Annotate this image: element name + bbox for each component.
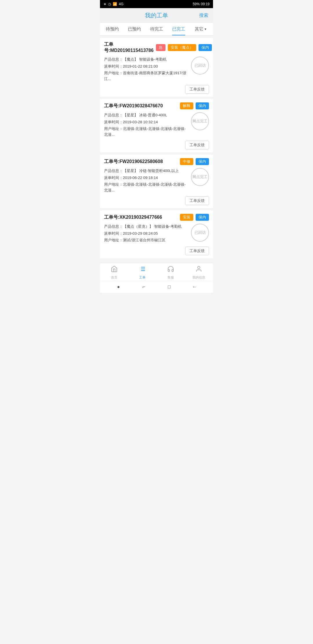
card-body-2: 产品信息：【星星】 冰箱-普通0-400L 派单时间：2019-03-28 10…	[104, 112, 209, 138]
feedback-button-3[interactable]: 工单反馈	[185, 196, 209, 205]
address-1: 用户地址：首南街道-南部商务区罗蒙大厦1917/浙江...	[104, 70, 188, 82]
search-button[interactable]: 搜索	[199, 12, 208, 19]
dot-button[interactable]: ●	[116, 284, 121, 290]
badge-type-3: 中修	[180, 158, 193, 165]
card-header-3: 工单号:FW20190622580608 中修 保内	[104, 158, 209, 165]
status-bar-left: ∗ ◷ 📶 4G	[103, 2, 123, 6]
order-card-1: 工单号:MD20190115413786 急 安装（魔点） 保内 产品信息：【魔…	[100, 38, 213, 97]
stamp-1: 已回访	[191, 57, 209, 75]
stamp-2: 网点完工	[191, 112, 209, 130]
signal-label: 4G	[119, 2, 123, 6]
feedback-button-1[interactable]: 工单反馈	[185, 85, 209, 94]
status-bar: ∗ ◷ 📶 4G 59% 09:19	[100, 0, 213, 8]
product-info-2: 产品信息：【星星】 冰箱-普通0-400L	[104, 112, 188, 118]
badge-type-2: 解释	[180, 102, 193, 109]
card-header-1: 工单号:MD20190115413786 急 安装（魔点） 保内	[104, 41, 209, 54]
order-list: 工单号:MD20190115413786 急 安装（魔点） 保内 产品信息：【魔…	[100, 36, 213, 263]
card-info-3: 产品信息：【星星】 冷链-智能货柜400L以上 派单时间：2019-06-22 …	[104, 168, 188, 194]
address-2: 用户地址：北滏镇-北滏镇-北滏镇-北滏镇-北滏镇-北滏...	[104, 126, 188, 137]
nav-profile[interactable]: 我的信息	[185, 265, 213, 280]
card-footer-2: 工单反馈	[104, 138, 209, 152]
nav-profile-label: 我的信息	[192, 275, 205, 280]
order-no-2: 工单号:FW20190328476670	[104, 103, 178, 109]
page-title: 我的工单	[145, 12, 168, 19]
time-label: 09:19	[201, 2, 210, 6]
order-no-1: 工单号:MD20190115413786	[104, 41, 154, 54]
nav-workorder-label: 工单	[139, 275, 145, 280]
tab-other[interactable]: 其它 ▼	[190, 23, 212, 35]
tab-done[interactable]: 已完工	[168, 23, 190, 35]
back-button[interactable]: ←	[192, 284, 197, 290]
nav-home[interactable]: 首页	[100, 265, 128, 280]
nav-home-label: 首页	[111, 275, 117, 280]
header: 我的工单 搜索	[100, 8, 213, 23]
card-header-4: 工单号:XK20190329477666 安装 保内	[104, 214, 209, 221]
person-icon	[195, 265, 202, 274]
order-card-3: 工单号:FW20190622580608 中修 保内 产品信息：【星星】 冷链-…	[100, 155, 213, 208]
card-footer-3: 工单反馈	[104, 194, 209, 208]
product-info-1: 产品信息：【魔点】 智能设备-考勤机	[104, 57, 188, 62]
alarm-icon: ◷	[108, 2, 111, 6]
stamp-3: 网点完工	[191, 168, 209, 186]
tab-bar: 待预约 已预约 待完工 已完工 其它 ▼	[100, 23, 213, 36]
badge-warranty-2: 保内	[196, 102, 209, 109]
badge-warranty-3: 保内	[196, 158, 209, 165]
badge-urgent-1: 急	[156, 44, 165, 51]
order-no-4: 工单号:XK20190329477666	[104, 214, 178, 220]
card-body-3: 产品信息：【星星】 冷链-智能货柜400L以上 派单时间：2019-06-22 …	[104, 168, 209, 194]
card-footer-4: 工单反馈	[104, 244, 209, 258]
dispatch-time-4: 派单时间：2019-03-29 08:24:05	[104, 231, 188, 236]
feedback-button-2[interactable]: 工单反馈	[185, 141, 209, 149]
card-info-2: 产品信息：【星星】 冰箱-普通0-400L 派单时间：2019-03-28 10…	[104, 112, 188, 138]
dispatch-time-1: 派单时间：2019-01-22 08:21:00	[104, 64, 188, 69]
status-bar-right: 59% 09:19	[193, 2, 210, 6]
svg-point-6	[198, 266, 200, 269]
battery-label: 59%	[193, 2, 200, 6]
feedback-button-4[interactable]: 工单反馈	[185, 247, 209, 255]
badge-warranty-4: 保内	[196, 214, 209, 221]
list-icon	[139, 265, 146, 274]
order-card-4: 工单号:XK20190329477666 安装 保内 产品信息：【魔点（星克）】…	[100, 210, 213, 258]
dispatch-time-3: 派单时间：2019-06-22 09:18:14	[104, 175, 188, 181]
address-4: 用户地址：测试/浙江省台州市椒江区	[104, 237, 188, 243]
badge-warranty-1: 保内	[199, 44, 212, 51]
recent-button[interactable]: ⌐	[141, 284, 147, 290]
nav-workorder[interactable]: 工单	[128, 265, 157, 280]
tab-appointed[interactable]: 已预约	[123, 23, 145, 35]
product-info-3: 产品信息：【星星】 冷链-智能货柜400L以上	[104, 168, 188, 174]
card-info-1: 产品信息：【魔点】 智能设备-考勤机 派单时间：2019-01-22 08:21…	[104, 57, 188, 83]
card-body-4: 产品信息：【魔点（星克）】 智能设备-考勤机 派单时间：2019-03-29 0…	[104, 224, 209, 244]
chevron-down-icon: ▼	[204, 28, 207, 31]
address-3: 用户地址：北滏镇-北滏镇-北滏镇-北滏镇-北滏镇-北滏...	[104, 182, 188, 193]
home-button[interactable]: □	[166, 284, 172, 290]
nav-service-label: 客服	[168, 275, 174, 280]
headset-icon	[167, 265, 174, 274]
card-body-1: 产品信息：【魔点】 智能设备-考勤机 派单时间：2019-01-22 08:21…	[104, 57, 209, 83]
card-header-2: 工单号:FW20190328476670 解释 保内	[104, 102, 209, 109]
tab-pending-appt[interactable]: 待预约	[101, 23, 123, 35]
order-no-3: 工单号:FW20190622580608	[104, 159, 178, 165]
tab-pending-done[interactable]: 待完工	[145, 23, 168, 35]
card-info-4: 产品信息：【魔点（星克）】 智能设备-考勤机 派单时间：2019-03-29 0…	[104, 224, 188, 244]
system-bar: ● ⌐ □ ←	[100, 281, 213, 293]
badge-type-4: 安装	[180, 214, 193, 221]
badge-type-1: 安装（魔点）	[168, 44, 196, 51]
product-info-4: 产品信息：【魔点（星克）】 智能设备-考勤机	[104, 224, 188, 229]
bluetooth-icon: ∗	[103, 2, 106, 6]
order-card-2: 工单号:FW20190328476670 解释 保内 产品信息：【星星】 冰箱-…	[100, 99, 213, 152]
card-footer-1: 工单反馈	[104, 83, 209, 97]
bottom-nav: 首页 工单 客服	[100, 263, 213, 281]
stamp-4: 已回访	[191, 224, 209, 242]
nav-service[interactable]: 客服	[156, 265, 185, 280]
home-icon	[111, 265, 118, 274]
dispatch-time-2: 派单时间：2019-03-28 10:32:14	[104, 119, 188, 125]
wifi-icon: 📶	[113, 2, 117, 6]
